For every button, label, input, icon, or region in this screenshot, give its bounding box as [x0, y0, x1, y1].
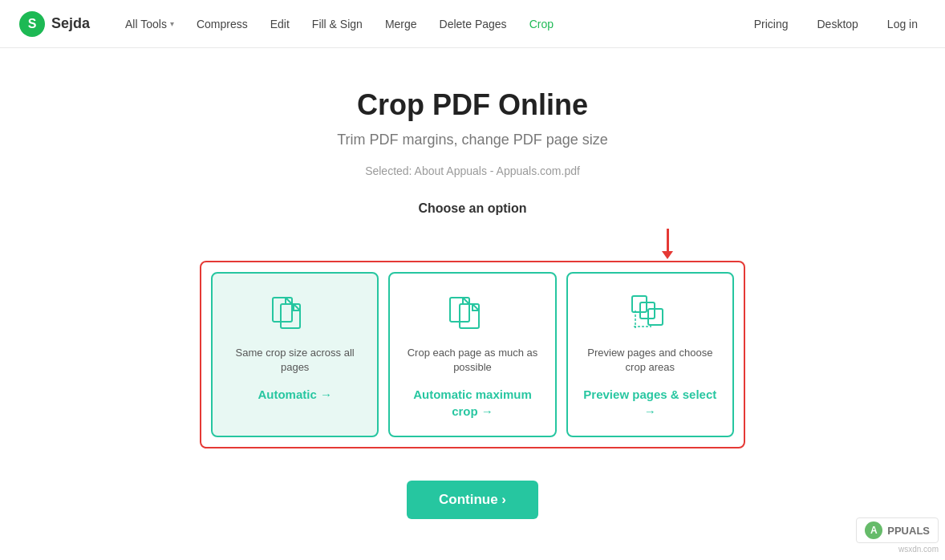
- nav-compress[interactable]: Compress: [187, 11, 258, 37]
- arrow-shaft: [667, 229, 669, 251]
- chevron-down-icon: ▾: [170, 19, 174, 28]
- nav-delete-pages[interactable]: Delete Pages: [430, 11, 517, 37]
- nav-pricing[interactable]: Pricing: [746, 13, 797, 35]
- option-card-automatic[interactable]: Same crop size across all pages Automati…: [211, 272, 379, 437]
- options-container: Same crop size across all pages Automati…: [200, 261, 745, 448]
- automatic-icon: [271, 293, 319, 335]
- watermark-inner: A PPUALS: [856, 517, 939, 543]
- arrow-container: [200, 229, 745, 261]
- nav-edit[interactable]: Edit: [261, 11, 299, 37]
- automatic-action: Automatic →: [258, 386, 332, 403]
- logo[interactable]: S Sejda: [19, 11, 90, 37]
- logo-icon: S: [19, 11, 45, 37]
- main-content: Crop PDF Online Trim PDF margins, change…: [0, 48, 945, 551]
- page-subtitle: Trim PDF margins, change PDF page size: [337, 132, 607, 148]
- nav-all-tools[interactable]: All Tools ▾: [116, 11, 184, 37]
- logo-text: Sejda: [51, 15, 90, 32]
- nav-desktop[interactable]: Desktop: [809, 13, 866, 35]
- nav-login[interactable]: Log in: [879, 13, 926, 35]
- page-title: Crop PDF Online: [357, 88, 588, 122]
- preview-action: Preview pages & select →: [581, 386, 720, 420]
- nav-merge[interactable]: Merge: [375, 11, 427, 37]
- selected-file-label: Selected: About Appuals - Appuals.com.pd…: [365, 164, 580, 177]
- auto-max-action: Automatic maximum crop →: [403, 386, 541, 420]
- preview-icon: [629, 293, 671, 335]
- navbar-right: Pricing Desktop Log in: [746, 13, 926, 35]
- navbar: S Sejda All Tools ▾ Compress Edit Fill &…: [0, 0, 945, 48]
- red-arrow: [662, 229, 673, 259]
- automatic-desc: Same crop size across all pages: [225, 346, 364, 375]
- choose-option-label: Choose an option: [418, 201, 526, 216]
- watermark-text: PPUALS: [887, 525, 930, 537]
- appuals-logo-char: A: [865, 521, 882, 539]
- continue-button[interactable]: Continue ›: [407, 481, 538, 519]
- auto-max-desc: Crop each page as much as possible: [403, 346, 541, 375]
- preview-desc: Preview pages and choose crop areas: [581, 346, 720, 375]
- nav-crop[interactable]: Crop: [520, 11, 563, 37]
- option-card-auto-max[interactable]: Crop each page as much as possible Autom…: [388, 272, 556, 437]
- watermark-url: wsxdn.com: [856, 545, 939, 554]
- watermark: A PPUALS wsxdn.com: [856, 517, 939, 554]
- auto-max-icon: [448, 293, 497, 335]
- nav-fill-sign[interactable]: Fill & Sign: [302, 11, 372, 37]
- arrow-head: [662, 251, 673, 259]
- nav-menu: All Tools ▾ Compress Edit Fill & Sign Me…: [116, 11, 746, 37]
- option-card-preview[interactable]: Preview pages and choose crop areas Prev…: [566, 272, 734, 437]
